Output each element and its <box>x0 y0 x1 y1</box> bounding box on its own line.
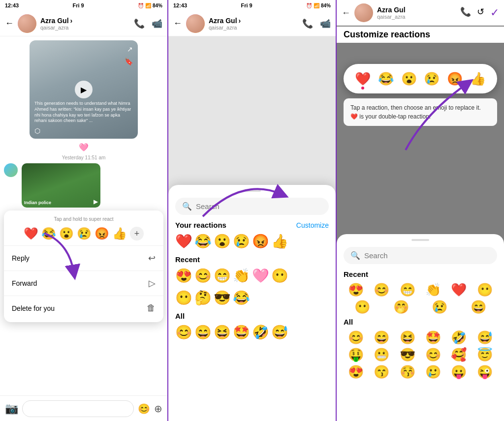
header-actions-1: 📞 📹 <box>134 18 162 29</box>
search-bar-3[interactable]: 🔍 <box>344 247 497 264</box>
a3-18[interactable]: 😜 <box>472 364 497 380</box>
phone-icon-3[interactable]: 📞 <box>460 6 471 19</box>
picker-wow[interactable]: 😮 <box>401 71 417 87</box>
picker-thumbs[interactable]: 👍 <box>470 71 486 87</box>
a3-16[interactable]: 🥲 <box>421 364 445 380</box>
r3-10[interactable]: 😄 <box>460 300 498 315</box>
reaction-angry[interactable]: 😡 <box>94 227 109 241</box>
reaction-laugh[interactable]: 😂 <box>41 227 56 241</box>
all-emoji-6[interactable]: 😅 <box>271 324 288 340</box>
customize-link[interactable]: Customize <box>296 221 329 229</box>
rec-emoji-9[interactable]: 😎 <box>214 290 231 306</box>
a3-14[interactable]: 😙 <box>369 364 394 380</box>
play-button-1[interactable]: ▶ <box>75 81 93 98</box>
r3-5[interactable]: ❤️ <box>446 282 471 298</box>
rec-emoji-5[interactable]: 🩷 <box>252 268 269 284</box>
search-input-3[interactable] <box>364 251 490 260</box>
camera-icon-1[interactable]: 📷 <box>5 402 18 415</box>
a3-1[interactable]: 😊 <box>344 330 368 345</box>
header-actions-2: 📞 📹 <box>302 18 331 29</box>
undo-icon-3[interactable]: ↺ <box>477 6 484 19</box>
menu-reply[interactable]: Reply ↩ <box>4 248 163 269</box>
a3-8[interactable]: 😬 <box>369 347 394 362</box>
rec-emoji-6[interactable]: 😶 <box>271 268 288 284</box>
a3-17[interactable]: 😛 <box>446 364 471 380</box>
a3-6[interactable]: 😅 <box>472 330 497 345</box>
a3-2[interactable]: 😄 <box>369 330 394 345</box>
yr-emoji-1[interactable]: ❤️ <box>175 233 192 249</box>
recent-grid-2b: 😶 🤔 😎 😂 <box>168 290 336 312</box>
r3-7[interactable]: 😶 <box>344 300 381 315</box>
search-input-2[interactable] <box>196 202 322 210</box>
status-day-1: Fri 9 <box>72 2 84 8</box>
reel-message-1[interactable]: Indian police ▶ <box>4 163 163 208</box>
picker-laugh[interactable]: 😂 <box>378 71 394 87</box>
menu-delete[interactable]: Delete for you 🗑 <box>4 298 163 318</box>
menu-forward[interactable]: Forward ▷ <box>4 273 163 294</box>
yr-emoji-5[interactable]: 😡 <box>252 233 269 249</box>
yr-emoji-6[interactable]: 👍 <box>271 233 288 249</box>
all-emoji-4[interactable]: 🤩 <box>233 324 250 340</box>
chat-header-2: ← Azra Gul › qaisar_azra 📞 📹 <box>168 11 336 36</box>
picker-sad[interactable]: 😢 <box>424 71 440 87</box>
recent-row-3a: 😍 😊 😁 👏 ❤️ 😶 <box>344 282 497 298</box>
r3-4[interactable]: 👏 <box>421 282 445 298</box>
all-emoji-5[interactable]: 🤣 <box>252 324 269 340</box>
rec-emoji-7[interactable]: 😶 <box>175 290 192 306</box>
all-emoji-3[interactable]: 😆 <box>214 324 231 340</box>
a3-5[interactable]: 🤣 <box>446 330 471 345</box>
a3-4[interactable]: 🤩 <box>421 330 445 345</box>
a3-11[interactable]: 🥰 <box>446 347 471 362</box>
all-emoji-2[interactable]: 😄 <box>194 324 212 340</box>
avatar-3 <box>354 3 373 22</box>
r3-2[interactable]: 😊 <box>369 282 394 298</box>
back-button-3[interactable]: ← <box>342 8 350 18</box>
search-icon-2: 🔍 <box>182 202 192 211</box>
rec-emoji-2[interactable]: 😊 <box>194 268 212 284</box>
reaction-cry[interactable]: 😢 <box>77 227 92 241</box>
phone-icon-2[interactable]: 📞 <box>302 18 313 29</box>
message-input-1[interactable] <box>22 400 134 417</box>
a3-13[interactable]: 😍 <box>344 364 368 380</box>
sticker-icon-1[interactable]: 😊 <box>138 403 150 415</box>
reaction-add-button[interactable]: + <box>130 227 144 241</box>
check-icon-3[interactable]: ✓ <box>490 6 499 19</box>
video-icon-1[interactable]: 📹 <box>152 18 162 29</box>
video-icon-2[interactable]: 📹 <box>320 18 331 29</box>
rec-emoji-8[interactable]: 🤔 <box>194 290 212 306</box>
r3-1[interactable]: 😍 <box>344 282 368 298</box>
rec-emoji-1[interactable]: 😍 <box>175 268 192 284</box>
rec-emoji-3[interactable]: 😁 <box>214 268 231 284</box>
picker-angry[interactable]: 😡 <box>447 71 463 87</box>
add-icon-1[interactable]: ⊕ <box>154 403 162 415</box>
a3-12[interactable]: 😇 <box>472 347 497 362</box>
r3-8[interactable]: 🤭 <box>382 300 420 315</box>
yr-emoji-4[interactable]: 😢 <box>233 233 250 249</box>
phone-icon-1[interactable]: 📞 <box>134 18 145 29</box>
video-message-1[interactable]: ▶ This generation needs to understand wh… <box>30 40 138 139</box>
r3-9[interactable]: 😢 <box>421 300 459 315</box>
a3-9[interactable]: 😎 <box>395 347 420 362</box>
rec-emoji-10[interactable]: 😂 <box>233 290 250 306</box>
picker-heart[interactable]: ❤️ <box>355 71 371 87</box>
yr-emoji-3[interactable]: 😮 <box>214 233 231 249</box>
reaction-heart[interactable]: ❤️ <box>24 227 38 241</box>
back-button-1[interactable]: ← <box>5 18 14 29</box>
a3-10[interactable]: 😊 <box>421 347 445 362</box>
search-bar-2[interactable]: 🔍 <box>175 198 329 215</box>
a3-7[interactable]: 🤑 <box>344 347 368 362</box>
all-emoji-1[interactable]: 😊 <box>175 324 192 340</box>
reaction-thumbs[interactable]: 👍 <box>112 227 127 241</box>
yr-emoji-2[interactable]: 😂 <box>194 233 212 249</box>
a3-15[interactable]: 😚 <box>395 364 420 380</box>
bookmark-icon-1: 🔖 <box>125 58 133 65</box>
r3-3[interactable]: 😁 <box>395 282 420 298</box>
forward-label: Forward <box>12 279 37 287</box>
reaction-wow[interactable]: 😮 <box>59 227 74 241</box>
alarm-icon: ⏰ <box>138 3 144 8</box>
rec-emoji-4[interactable]: 👏 <box>233 268 250 284</box>
a3-3[interactable]: 😆 <box>395 330 420 345</box>
status-day-2: Fri 9 <box>241 2 252 8</box>
r3-6[interactable]: 😶 <box>472 282 497 298</box>
back-button-2[interactable]: ← <box>173 18 182 29</box>
